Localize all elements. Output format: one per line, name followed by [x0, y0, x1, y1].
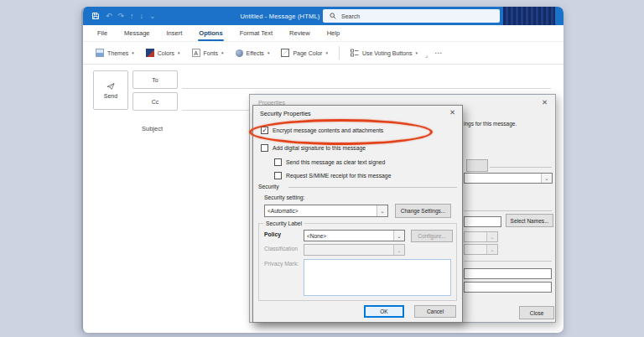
dialog-launcher-icon[interactable]: ⌟: [425, 52, 428, 59]
encrypt-checkbox[interactable]: ✓ Encrypt message contents and attachmen…: [261, 127, 383, 134]
themes-button[interactable]: Themes▾: [91, 45, 138, 60]
ribbon-tabs: File Message Insert Options Format Text …: [83, 25, 564, 42]
categories-field-fragment[interactable]: [464, 282, 552, 293]
chevron-down-icon: ▾: [132, 50, 134, 55]
to-field[interactable]: [182, 88, 551, 89]
expires-time-combobox-fragment[interactable]: ⌄: [464, 244, 498, 255]
effects-button[interactable]: Effects▾: [231, 46, 274, 60]
redo-icon[interactable]: ↷: [118, 13, 125, 20]
tab-review[interactable]: Review: [282, 26, 318, 41]
privacy-mark-textarea[interactable]: [304, 259, 451, 296]
move-down-icon[interactable]: ↓: [140, 13, 144, 20]
page-color-icon: [281, 49, 289, 57]
title-bar: ↶ ↷ ↑ ↓ ⌄ Untitled - Message (HTML) Sear…: [83, 7, 564, 25]
voting-buttons-icon: [351, 49, 359, 57]
expires-combobox-fragment[interactable]: ⌄: [464, 231, 498, 242]
colors-button[interactable]: Colors▾: [142, 45, 184, 60]
fonts-icon: A: [192, 49, 200, 57]
change-settings-button[interactable]: Change Settings...: [395, 204, 451, 218]
voting-combobox-fragment[interactable]: ⌄: [464, 173, 553, 184]
window-controls-redacted: [503, 7, 555, 25]
group-separator: [464, 210, 552, 211]
tab-file[interactable]: File: [90, 26, 115, 41]
security-group-label: Security: [258, 184, 279, 189]
configure-button[interactable]: Configure...: [411, 230, 453, 242]
outlook-message-window: ↶ ↷ ↑ ↓ ⌄ Untitled - Message (HTML) Sear…: [81, 7, 564, 333]
check-icon: ✓: [262, 127, 267, 134]
cancel-button[interactable]: Cancel: [414, 305, 456, 318]
privacy-mark-label: Privacy Mark:: [264, 261, 299, 267]
move-up-icon[interactable]: ↑: [130, 13, 134, 20]
ribbon-options: Themes▾ Colors▾ A Fonts▾ Effects▾ Page C…: [83, 42, 564, 65]
security-properties-title: Security Properties: [260, 110, 311, 117]
cc-button[interactable]: Cc: [132, 92, 178, 111]
smime-receipt-checkbox[interactable]: Request S/MIME receipt for this message: [274, 172, 391, 179]
security-label-group-label: Security Label: [263, 220, 304, 226]
quick-access-toolbar: ↶ ↷ ↑ ↓ ⌄: [91, 12, 156, 20]
tab-options[interactable]: Options: [191, 26, 230, 41]
chevron-down-icon: ▾: [221, 50, 224, 55]
security-properties-dialog: Security Properties ✕ ✓ Encrypt message …: [252, 105, 463, 323]
themes-icon: [96, 49, 104, 57]
group-separator: [464, 261, 552, 262]
close-button[interactable]: Close: [519, 306, 554, 319]
tab-message[interactable]: Message: [117, 26, 157, 41]
group-separator: [288, 187, 457, 188]
security-setting-label: Security setting:: [264, 194, 304, 200]
chevron-down-icon: ⌄: [393, 245, 404, 255]
use-voting-buttons-button[interactable]: Use Voting Buttons▾: [346, 45, 422, 60]
close-icon[interactable]: ✕: [542, 98, 548, 106]
save-icon[interactable]: [91, 12, 100, 20]
send-button[interactable]: Send: [93, 70, 128, 110]
security-settings-text-fragment: ings for this message.: [464, 121, 517, 127]
contacts-field-fragment[interactable]: [464, 268, 552, 279]
clear-text-signed-checkbox[interactable]: Send this message as clear text signed: [274, 158, 385, 166]
subject-label: Subject: [142, 125, 163, 132]
chevron-down-icon: ⌄: [377, 205, 387, 216]
policy-label: Policy: [264, 231, 281, 237]
chevron-down-icon: ▾: [325, 50, 328, 55]
classification-combobox[interactable]: ⌄: [304, 244, 405, 256]
search-input[interactable]: Search: [323, 9, 500, 23]
search-placeholder: Search: [341, 13, 360, 19]
customize-toolbar-icon[interactable]: ⌄: [149, 13, 156, 20]
effects-icon: [236, 49, 243, 57]
classification-label: Classification: [264, 246, 298, 251]
to-button[interactable]: To: [132, 70, 178, 89]
select-names-button[interactable]: Select Names...: [506, 214, 553, 227]
send-icon: [106, 82, 115, 91]
security-setting-combobox[interactable]: <Automatic> ⌄: [264, 205, 388, 217]
search-icon: [329, 12, 337, 20]
chevron-down-icon: ⌄: [486, 245, 497, 254]
policy-combobox[interactable]: <None> ⌄: [304, 230, 405, 241]
chevron-down-icon: ▾: [178, 50, 180, 55]
chevron-down-icon: ▾: [415, 50, 418, 55]
replies-field-fragment[interactable]: [464, 216, 501, 227]
ok-button[interactable]: OK: [364, 305, 404, 318]
chevron-down-icon: ▾: [267, 50, 270, 55]
tab-insert[interactable]: Insert: [159, 26, 190, 41]
fonts-button[interactable]: A Fonts▾: [188, 45, 228, 60]
ribbon-separator: [339, 46, 340, 60]
chevron-down-icon: ⌄: [486, 232, 497, 241]
colors-icon: [146, 49, 154, 57]
tab-format-text[interactable]: Format Text: [232, 26, 280, 41]
tab-help[interactable]: Help: [319, 26, 347, 41]
page-color-button[interactable]: Page Color▾: [277, 45, 332, 60]
security-settings-button-fragment[interactable]: [466, 159, 488, 172]
undo-icon[interactable]: ↶: [106, 13, 112, 20]
close-icon[interactable]: ✕: [449, 108, 455, 117]
group-separator: [490, 167, 552, 168]
ribbon-overflow-button[interactable]: ⋯: [434, 49, 443, 57]
chevron-down-icon: ⌄: [541, 174, 552, 183]
digital-signature-checkbox[interactable]: Add digital signature to this message: [261, 144, 366, 152]
chevron-down-icon: ⌄: [393, 231, 404, 241]
